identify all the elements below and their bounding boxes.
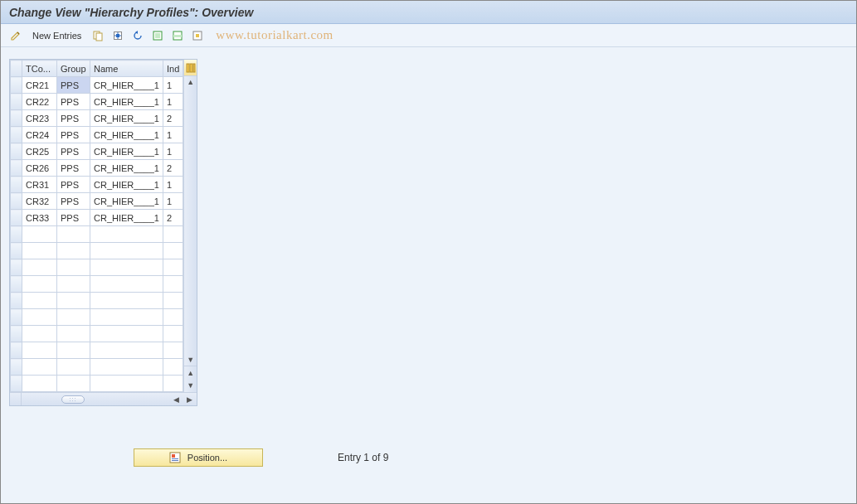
- row-selector[interactable]: [11, 94, 22, 110]
- cell-group[interactable]: PPS: [57, 110, 90, 127]
- table-row[interactable]: CR33PPSCR_HIER____12: [11, 210, 183, 226]
- row-selector[interactable]: [11, 177, 22, 193]
- cell-tcode[interactable]: [22, 359, 57, 376]
- cell-tcode[interactable]: CR21: [22, 77, 57, 94]
- vertical-scrollbar[interactable]: ▲ ▼ ▲ ▼: [183, 60, 197, 392]
- row-selector[interactable]: [11, 259, 22, 276]
- cell-tcode[interactable]: [22, 342, 57, 359]
- select-block-icon[interactable]: [169, 27, 186, 44]
- row-selector[interactable]: [11, 293, 22, 309]
- cell-tcode[interactable]: CR23: [22, 110, 57, 127]
- cell-ind[interactable]: [163, 342, 183, 359]
- table-row[interactable]: CR21PPSCR_HIER____11: [11, 77, 183, 94]
- table-row[interactable]: CR26PPSCR_HIER____12: [11, 160, 183, 177]
- cell-tcode[interactable]: CR33: [22, 210, 57, 226]
- configure-columns-icon[interactable]: [184, 60, 197, 76]
- table-row[interactable]: [11, 342, 183, 359]
- table-row[interactable]: CR25PPSCR_HIER____11: [11, 143, 183, 160]
- cell-ind[interactable]: 1: [163, 143, 183, 160]
- cell-tcode[interactable]: CR25: [22, 143, 57, 160]
- cell-name[interactable]: [90, 293, 163, 309]
- cell-ind[interactable]: [163, 226, 183, 243]
- row-selector[interactable]: [11, 226, 22, 243]
- row-selector[interactable]: [11, 276, 22, 293]
- scroll-down2-icon[interactable]: ▼: [184, 379, 197, 392]
- cell-name[interactable]: [90, 376, 163, 392]
- row-selector[interactable]: [11, 127, 22, 143]
- cell-ind[interactable]: 2: [163, 210, 183, 226]
- table-row[interactable]: [11, 376, 183, 392]
- cell-name[interactable]: CR_HIER____1: [90, 77, 163, 94]
- cell-tcode[interactable]: [22, 243, 57, 259]
- table-row[interactable]: CR31PPSCR_HIER____11: [11, 177, 183, 193]
- cell-ind[interactable]: [163, 326, 183, 342]
- cell-name[interactable]: CR_HIER____1: [90, 143, 163, 160]
- cell-tcode[interactable]: [22, 326, 57, 342]
- new-entries-button[interactable]: New Entries: [27, 27, 86, 44]
- row-selector-header[interactable]: [11, 61, 22, 77]
- cell-group[interactable]: PPS: [57, 77, 90, 94]
- cell-ind[interactable]: 2: [163, 160, 183, 177]
- cell-group[interactable]: [57, 226, 90, 243]
- cell-tcode[interactable]: [22, 226, 57, 243]
- row-selector[interactable]: [11, 110, 22, 127]
- cell-ind[interactable]: [163, 259, 183, 276]
- cell-name[interactable]: CR_HIER____1: [90, 94, 163, 110]
- data-table[interactable]: TCo... Group Name Ind CR21PPSCR_HIER____…: [10, 60, 183, 392]
- cell-tcode[interactable]: CR32: [22, 193, 57, 210]
- toggle-display-change-icon[interactable]: [7, 27, 24, 44]
- cell-group[interactable]: [57, 243, 90, 259]
- row-selector[interactable]: [11, 210, 22, 226]
- table-row[interactable]: CR22PPSCR_HIER____11: [11, 94, 183, 110]
- table-row[interactable]: [11, 276, 183, 293]
- table-row[interactable]: [11, 359, 183, 376]
- table-row[interactable]: [11, 226, 183, 243]
- cell-group[interactable]: [57, 342, 90, 359]
- cell-group[interactable]: [57, 259, 90, 276]
- cell-ind[interactable]: 1: [163, 94, 183, 110]
- cell-group[interactable]: PPS: [57, 193, 90, 210]
- row-selector[interactable]: [11, 359, 22, 376]
- table-row[interactable]: [11, 326, 183, 342]
- cell-tcode[interactable]: [22, 309, 57, 326]
- cell-name[interactable]: [90, 259, 163, 276]
- cell-ind[interactable]: 1: [163, 177, 183, 193]
- scroll-left-icon[interactable]: ◀: [170, 394, 182, 405]
- copy-as-icon[interactable]: [90, 27, 106, 44]
- cell-name[interactable]: CR_HIER____1: [90, 177, 163, 193]
- cell-tcode[interactable]: [22, 376, 57, 392]
- cell-name[interactable]: CR_HIER____1: [90, 110, 163, 127]
- row-selector[interactable]: [11, 243, 22, 259]
- cell-name[interactable]: [90, 243, 163, 259]
- cell-name[interactable]: [90, 359, 163, 376]
- delete-icon[interactable]: [110, 27, 126, 44]
- cell-tcode[interactable]: [22, 293, 57, 309]
- column-header-name[interactable]: Name: [90, 61, 163, 77]
- cell-group[interactable]: [57, 376, 90, 392]
- cell-name[interactable]: CR_HIER____1: [90, 193, 163, 210]
- cell-group[interactable]: [57, 359, 90, 376]
- cell-group[interactable]: PPS: [57, 143, 90, 160]
- cell-name[interactable]: [90, 326, 163, 342]
- cell-tcode[interactable]: [22, 259, 57, 276]
- cell-name[interactable]: [90, 309, 163, 326]
- cell-tcode[interactable]: CR24: [22, 127, 57, 143]
- table-row[interactable]: CR24PPSCR_HIER____11: [11, 127, 183, 143]
- horizontal-scrollbar[interactable]: ::: ◀ ▶: [10, 392, 197, 405]
- cell-ind[interactable]: [163, 376, 183, 392]
- table-row[interactable]: [11, 309, 183, 326]
- cell-ind[interactable]: 1: [163, 77, 183, 94]
- cell-name[interactable]: [90, 226, 163, 243]
- cell-ind[interactable]: 1: [163, 193, 183, 210]
- column-header-group[interactable]: Group: [57, 61, 90, 77]
- cell-ind[interactable]: [163, 293, 183, 309]
- cell-ind[interactable]: [163, 276, 183, 293]
- cell-tcode[interactable]: CR31: [22, 177, 57, 193]
- cell-name[interactable]: [90, 342, 163, 359]
- cell-ind[interactable]: 1: [163, 127, 183, 143]
- row-selector[interactable]: [11, 342, 22, 359]
- column-header-ind[interactable]: Ind: [163, 61, 183, 77]
- cell-name[interactable]: CR_HIER____1: [90, 210, 163, 226]
- column-header-tcode[interactable]: TCo...: [22, 61, 57, 77]
- row-selector[interactable]: [11, 193, 22, 210]
